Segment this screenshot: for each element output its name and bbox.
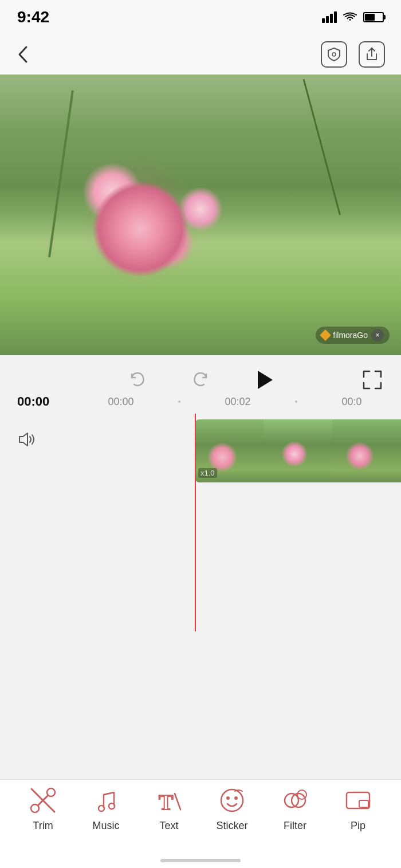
playback-controls — [0, 366, 401, 394]
toolbar-item-sticker[interactable]: Sticker — [203, 785, 261, 832]
video-preview: filmoraGo × — [0, 74, 401, 355]
status-time: 9:42 — [17, 8, 49, 26]
toolbar-item-trim[interactable]: Trim — [14, 785, 72, 832]
filter-icon — [280, 785, 310, 815]
timeline-ticks: 00:00 • 00:02 • 00:0 — [74, 396, 384, 408]
redo-button[interactable] — [186, 366, 215, 394]
svg-point-7 — [109, 803, 115, 809]
status-icons — [322, 11, 384, 23]
trim-icon — [28, 785, 58, 815]
svg-line-10 — [175, 794, 180, 810]
volume-button[interactable] — [17, 431, 38, 448]
svg-point-3 — [31, 804, 39, 812]
thumbnail-2 — [264, 419, 332, 482]
flower-background — [0, 74, 401, 355]
music-icon — [91, 785, 121, 815]
controls-area: 00:00 00:00 • 00:02 • 00:0 — [0, 355, 401, 631]
svg-text:T: T — [159, 790, 173, 814]
tick-dot-1: • — [178, 397, 181, 406]
text-icon: T — [154, 785, 184, 815]
toolbar-item-text[interactable]: T Text — [140, 785, 198, 832]
sticker-label: Sticker — [216, 820, 247, 832]
pip-label: Pip — [351, 820, 365, 832]
playhead — [195, 414, 196, 631]
filter-label: Filter — [284, 820, 306, 832]
speed-badge: x1.0 — [198, 468, 217, 478]
fullscreen-button[interactable] — [361, 368, 384, 391]
back-button[interactable] — [16, 45, 29, 64]
signal-icon — [322, 11, 337, 23]
wifi-icon — [343, 11, 357, 23]
watermark: filmoraGo × — [316, 327, 390, 344]
home-indicator — [160, 859, 241, 862]
music-label: Music — [92, 820, 119, 832]
toolbar-item-pip[interactable]: Pip — [329, 785, 387, 832]
svg-point-0 — [332, 53, 336, 56]
toolbar-item-filter[interactable]: Filter — [266, 785, 324, 832]
video-thumbnails: x1.0 — [195, 419, 401, 482]
tick-2: 00:02 — [225, 396, 250, 408]
svg-marker-1 — [258, 371, 273, 389]
shield-button[interactable] — [321, 41, 347, 68]
pip-icon — [343, 785, 373, 815]
text-label: Text — [159, 820, 178, 832]
timeline-header: 00:00 00:00 • 00:02 • 00:0 — [0, 394, 401, 409]
svg-rect-18 — [359, 800, 368, 807]
battery-icon — [363, 12, 384, 22]
svg-line-8 — [104, 792, 114, 795]
undo-button[interactable] — [123, 366, 152, 394]
top-nav — [0, 34, 401, 74]
trim-label: Trim — [33, 820, 53, 832]
nav-right-icons — [321, 41, 385, 68]
watermark-close-button[interactable]: × — [371, 329, 384, 341]
play-button[interactable] — [249, 366, 278, 394]
share-button[interactable] — [359, 41, 385, 68]
watermark-text: filmoraGo — [333, 331, 368, 340]
svg-point-6 — [99, 806, 104, 811]
svg-point-13 — [234, 796, 238, 800]
bottom-toolbar: Trim Music T Text — [0, 779, 401, 868]
toolbar-item-music[interactable]: Music — [77, 785, 135, 832]
tick-dot-2: • — [295, 397, 298, 406]
svg-point-12 — [226, 796, 230, 800]
tick-3: 00:0 — [341, 396, 361, 408]
watermark-diamond-icon — [320, 329, 331, 341]
sticker-icon — [217, 785, 247, 815]
timeline-track: x1.0 + — [0, 414, 401, 631]
svg-point-11 — [221, 790, 243, 811]
thumbnail-1: x1.0 — [195, 419, 264, 482]
svg-point-4 — [47, 788, 55, 796]
tick-0: 00:00 — [108, 396, 134, 408]
video-track: x1.0 + — [195, 419, 401, 482]
status-bar: 9:42 — [0, 0, 401, 34]
current-time: 00:00 — [17, 394, 74, 409]
thumbnail-3 — [332, 419, 401, 482]
toolbar-items: Trim Music T Text — [0, 785, 401, 832]
